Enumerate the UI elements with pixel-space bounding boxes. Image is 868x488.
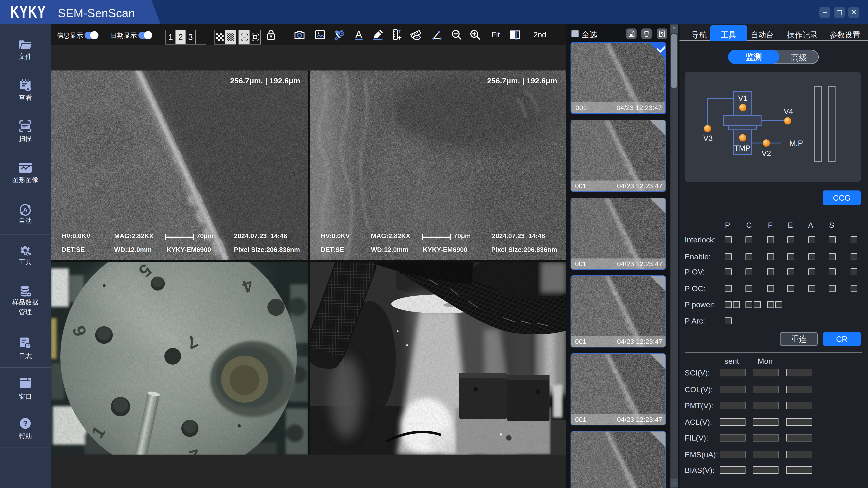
- svg-text:V4: V4: [784, 107, 793, 116]
- svg-text:V1: V1: [738, 94, 747, 102]
- svg-text:A: A: [355, 29, 362, 40]
- svg-text:?: ?: [23, 419, 28, 428]
- svg-text:M.P: M.P: [789, 139, 803, 147]
- svg-text:V2: V2: [762, 149, 771, 158]
- svg-text:V3: V3: [703, 134, 713, 142]
- svg-text:TMP: TMP: [734, 144, 750, 152]
- svg-text:A: A: [23, 206, 28, 214]
